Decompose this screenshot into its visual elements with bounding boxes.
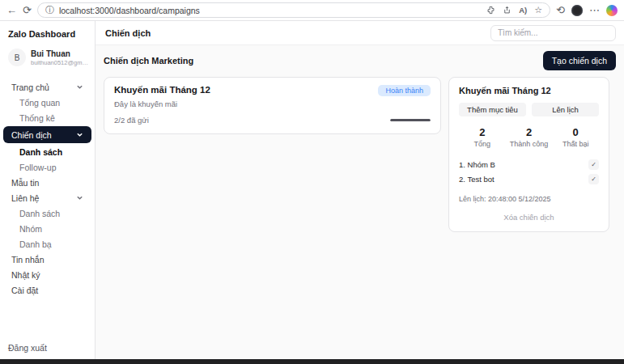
campaign-title: Khuyến mãi Tháng 12 [114,85,210,95]
extensions-icon[interactable] [486,6,495,15]
sidebar-item-lien-he[interactable]: Liên hệ [6,190,88,205]
sidebar-nav: Trang chủ Tổng quan Thống kê Chiến dịch … [6,79,88,298]
sidebar-item-mau-tin[interactable]: Mẫu tin [6,175,88,190]
user-name: Bui Thuan [31,49,89,59]
sidebar-item-label: Mẫu tin [11,178,39,188]
sidebar-item-thong-ke[interactable]: Thống kê [6,110,88,125]
sidebar-item-label: Nhóm [19,224,42,234]
chevron-down-icon [76,194,83,201]
back-icon[interactable]: ← [6,5,17,15]
target-row: 2. Test bot ✓ [459,171,599,186]
schedule-button[interactable]: Lên lịch [532,103,599,116]
campaign-stats: 2 Tổng 2 Thành công 0 Thất bại [459,126,599,148]
sidebar: Zalo Dashboard B Bui Thuan buithuan0512@… [0,21,96,359]
address-bar[interactable]: ⓘ localhost:3000/dashboard/campaigns A) … [37,2,550,18]
status-badge: Hoàn thành [378,85,431,96]
sidebar-item-label: Liên hệ [11,193,39,203]
sidebar-item-label: Cài đặt [11,286,38,295]
site-info-icon[interactable]: ⓘ [45,6,54,15]
stat-success-label: Thành công [506,140,553,148]
favorite-star-icon[interactable]: ☆ [534,6,542,15]
check-icon: ✓ [588,174,599,184]
sidebar-item-label: Danh bạ [19,239,52,249]
target-row: 1. Nhóm B ✓ [459,157,599,171]
campaign-description: Đây là khuyến mãi [114,99,431,108]
target-label: 2. Test bot [459,175,495,184]
more-menu-icon[interactable]: ⋯ [589,5,600,15]
stat-failed-value: 0 [552,126,599,138]
app-brand: Zalo Dashboard [6,28,88,47]
reload-icon[interactable]: ⟳ [23,5,32,15]
browser-toolbar: ← ⟳ ⓘ localhost:3000/dashboard/campaigns… [0,0,624,21]
sidebar-item-label: Nhật ký [11,270,40,280]
campaign-detail-panel: Khuyến mãi Tháng 12 Thêm mục tiêu Lên lị… [448,77,609,232]
sidebar-item-label: Danh sách [19,147,62,157]
campaign-card[interactable]: Khuyến mãi Tháng 12 Hoàn thành Đây là kh… [104,77,441,134]
logout-button[interactable]: Đăng xuất [8,343,47,353]
user-avatar: B [8,49,26,66]
sidebar-item-danh-sach-lien-he[interactable]: Danh sách [6,205,88,221]
sidebar-item-tin-nhan[interactable]: Tin nhắn [6,252,88,267]
sidebar-item-danh-sach-chien-dich[interactable]: Danh sách [6,144,88,159]
user-profile[interactable]: B Bui Thuan buithuan0512@gmail.com [6,47,88,68]
browser-essentials-icon[interactable]: ⟲ [556,5,565,15]
browser-profile-avatar[interactable] [571,5,583,16]
sidebar-item-label: Follow-up [19,163,57,172]
sidebar-item-label: Chiến dịch [11,130,52,140]
copilot-icon[interactable] [606,5,618,16]
share-icon[interactable] [503,6,512,15]
sidebar-item-danh-ba[interactable]: Danh bạ [6,236,88,252]
sidebar-item-nhom[interactable]: Nhóm [6,221,88,236]
sidebar-item-trang-chu[interactable]: Trang chủ [6,79,88,95]
create-campaign-button[interactable]: Tạo chiến dịch [543,51,616,70]
sidebar-item-follow-up[interactable]: Follow-up [6,159,88,175]
stat-total-value: 2 [459,126,506,138]
stat-total-label: Tổng [459,140,506,148]
stat-failed-label: Thất bại [552,140,599,148]
sidebar-item-tong-quan[interactable]: Tổng quan [6,95,88,110]
page-title: Chiến dịch [105,28,151,38]
sidebar-item-chien-dich[interactable]: Chiến dịch [3,126,91,143]
content-area: Chiến dịch Marketing Tạo chiến dịch Khuy… [96,45,624,359]
stat-success-value: 2 [506,126,553,138]
sidebar-item-label: Trang chủ [11,83,49,92]
sidebar-item-nhat-ky[interactable]: Nhật ký [6,267,88,282]
detail-panel-title: Khuyến mãi Tháng 12 [459,86,599,95]
sidebar-item-label: Tin nhắn [11,255,44,265]
sidebar-item-label: Tổng quan [19,98,60,108]
target-list: 1. Nhóm B ✓ 2. Test bot ✓ [459,157,599,186]
check-icon: ✓ [588,159,599,170]
sidebar-item-label: Danh sách [19,209,60,218]
schedule-info: Lên lịch: 20:48:00 5/12/2025 [459,195,599,203]
page-header: Chiến dịch [96,21,624,45]
sidebar-item-cai-dat[interactable]: Cài đặt [6,282,88,298]
progress-bar-fill [390,119,431,121]
taskbar-edge [0,359,624,364]
section-title: Chiến dịch Marketing [104,56,193,66]
chevron-down-icon [76,131,83,138]
sent-count: 2/2 đã gửi [114,116,149,125]
user-email: buithuan0512@gmail.com [31,59,89,66]
read-aloud-icon[interactable]: A) [519,6,527,15]
delete-campaign-button[interactable]: Xóa chiến dịch [459,213,599,222]
target-label: 1. Nhóm B [459,160,495,169]
url-text[interactable]: localhost:3000/dashboard/campaigns [59,6,482,15]
sidebar-item-label: Thống kê [19,113,55,123]
add-target-button[interactable]: Thêm mục tiêu [459,103,526,116]
chevron-down-icon [76,83,83,91]
progress-bar [390,119,431,121]
search-input[interactable] [490,25,616,41]
